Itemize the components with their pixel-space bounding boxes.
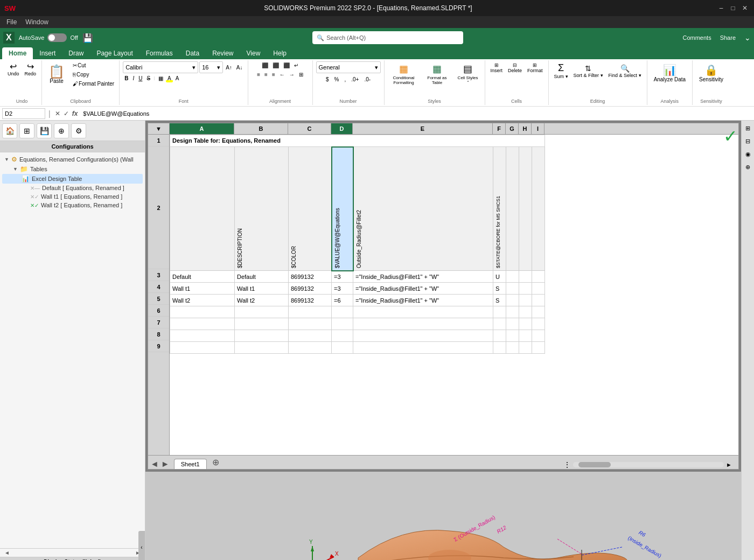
r6-a[interactable] <box>170 306 235 318</box>
r5-c[interactable]: 8699132 <box>289 295 332 306</box>
col-header-f[interactable]: F <box>493 123 506 134</box>
italic-button[interactable]: I <box>131 74 136 82</box>
tree-item-tables[interactable]: ▼ 📁 Tables <box>2 164 143 174</box>
minimize-button[interactable]: – <box>716 3 726 13</box>
cancel-formula-icon[interactable]: ✕ <box>54 110 61 117</box>
row-header-5[interactable]: 5 <box>148 293 169 305</box>
r3-h[interactable] <box>519 271 532 283</box>
align-left-button[interactable]: ≡ <box>255 71 262 79</box>
r4-e[interactable]: ="Inside_Radius@Fillet1" + "W" <box>353 283 493 295</box>
r9-g[interactable] <box>506 342 519 354</box>
menu-window[interactable]: Window <box>21 17 53 27</box>
tab-page-layout[interactable]: Page Layout <box>90 47 139 59</box>
sensitivity-button[interactable]: 🔒 Sensitivity <box>696 61 727 85</box>
font-grow-button[interactable]: A↑ <box>224 64 234 72</box>
maximize-button[interactable]: □ <box>728 3 738 13</box>
scroll-right-end-icon[interactable]: ► <box>726 461 732 468</box>
r7-d[interactable] <box>332 318 353 330</box>
tree-item-default[interactable]: ✕— Default [ Equations, Renamed ] <box>2 184 143 192</box>
r3-b[interactable]: Default <box>235 271 289 283</box>
row-header-7[interactable]: 7 <box>148 317 169 328</box>
r7-a[interactable] <box>170 318 235 330</box>
r8-d[interactable] <box>332 330 353 342</box>
right-panel-btn-1[interactable]: ⊞ <box>743 123 753 134</box>
formula-input[interactable] <box>81 109 752 118</box>
r3-d[interactable]: =3 <box>332 271 353 283</box>
r4-f[interactable]: S <box>493 283 506 295</box>
tab-review[interactable]: Review <box>206 47 240 59</box>
tree-item-wall-t2[interactable]: ✕✓ Wall t2 [ Equations, Renamed ] <box>2 201 143 209</box>
r8-e[interactable] <box>353 330 493 342</box>
merge-center-button[interactable]: ⊞ <box>297 71 305 79</box>
col-header-a[interactable]: A <box>170 123 234 134</box>
col-header-d[interactable]: D <box>331 123 353 134</box>
tab-home[interactable]: Home <box>2 47 33 59</box>
tab-data[interactable]: Data <box>179 47 206 59</box>
right-panel-btn-2[interactable]: ⊟ <box>743 136 753 146</box>
font-color-button[interactable]: A <box>174 74 181 82</box>
sheet-tab-right-arrow[interactable]: ► <box>161 459 170 469</box>
search-bar[interactable]: 🔍 Search (Alt+Q) <box>97 31 679 44</box>
r8-b[interactable] <box>235 330 289 342</box>
row2-cell-f[interactable]: $STATE@CBORE for M5 SHCS1 <box>493 147 506 271</box>
r4-g[interactable] <box>506 283 519 295</box>
indent-dec-button[interactable]: ← <box>278 71 287 79</box>
row2-cell-h[interactable] <box>519 147 532 271</box>
tab-view[interactable]: View <box>240 47 267 59</box>
sort-filter-button[interactable]: ⇅ Sort & Filter ▾ <box>571 63 605 79</box>
r8-a[interactable] <box>170 330 235 342</box>
search-input[interactable]: 🔍 Search (Alt+Q) <box>312 31 463 44</box>
r4-i[interactable] <box>532 283 545 295</box>
r9-a[interactable] <box>170 342 235 354</box>
design-table-title-cell[interactable]: Design Table for: Equations, Renamed <box>170 135 545 147</box>
number-format-select[interactable]: General ▾ <box>316 61 381 73</box>
format-button[interactable]: ⊞ Format <box>525 61 545 74</box>
panel-grid-button[interactable]: ⊞ <box>19 123 34 138</box>
row2-cell-b[interactable]: $DESCRIPTION <box>235 147 289 271</box>
fill-color-button[interactable]: A <box>166 74 173 82</box>
share-button[interactable]: Share <box>720 34 736 41</box>
r6-e[interactable] <box>353 306 493 318</box>
r4-d[interactable]: =3 <box>332 283 353 295</box>
panel-settings-button[interactable]: ⚙ <box>71 123 86 138</box>
percent-button[interactable]: % <box>333 75 341 83</box>
r4-c[interactable]: 8699132 <box>289 283 332 295</box>
r7-c[interactable] <box>289 318 332 330</box>
tab-draw[interactable]: Draw <box>62 47 90 59</box>
r7-e[interactable] <box>353 318 493 330</box>
font-size-select[interactable]: 16 ▾ <box>199 61 223 73</box>
panel-save-button[interactable]: 💾 <box>37 123 52 138</box>
tree-item-root[interactable]: ▼ ⚙ Equations, Renamed Configuration(s) … <box>2 155 143 164</box>
row2-cell-a[interactable] <box>170 147 235 271</box>
right-panel-btn-4[interactable]: ⊕ <box>743 162 753 172</box>
sum-button[interactable]: Σ Sum ▾ <box>552 61 570 80</box>
col-header-e[interactable]: E <box>353 123 493 134</box>
right-panel-btn-3[interactable]: ◉ <box>743 149 753 159</box>
row2-cell-c[interactable]: $COLOR <box>289 147 332 271</box>
r6-d[interactable] <box>332 306 353 318</box>
row-header-9[interactable]: 9 <box>148 340 169 352</box>
r5-a[interactable]: Wall t2 <box>170 295 235 306</box>
tab-formulas[interactable]: Formulas <box>139 47 179 59</box>
col-header-b[interactable]: B <box>234 123 288 134</box>
currency-button[interactable]: $ <box>324 75 331 83</box>
r5-d[interactable]: =6 <box>332 295 353 306</box>
tab-insert[interactable]: Insert <box>33 47 62 59</box>
border-button[interactable]: ▦ <box>157 74 165 82</box>
cut-button[interactable]: ✂ Cut <box>71 61 116 69</box>
autosave-toggle[interactable] <box>47 33 67 42</box>
r5-h[interactable] <box>519 295 532 306</box>
r9-d[interactable] <box>332 342 353 354</box>
r8-g[interactable] <box>506 330 519 342</box>
tab-help[interactable]: Help <box>267 47 293 59</box>
align-center-top-button[interactable]: ⬛ <box>271 61 281 69</box>
horizontal-scrollbar[interactable] <box>573 462 724 467</box>
window-controls[interactable]: – □ ✕ <box>716 3 750 13</box>
decrease-decimal-button[interactable]: .0- <box>362 75 372 83</box>
conditional-formatting-button[interactable]: ▦ Conditional Formatting <box>388 61 420 87</box>
scroll-left-icon[interactable]: ◄ <box>4 550 10 556</box>
row2-cell-g[interactable] <box>506 147 519 271</box>
r9-e[interactable] <box>353 342 493 354</box>
align-left-top-button[interactable]: ⬛ <box>260 61 270 69</box>
r4-h[interactable] <box>519 283 532 295</box>
